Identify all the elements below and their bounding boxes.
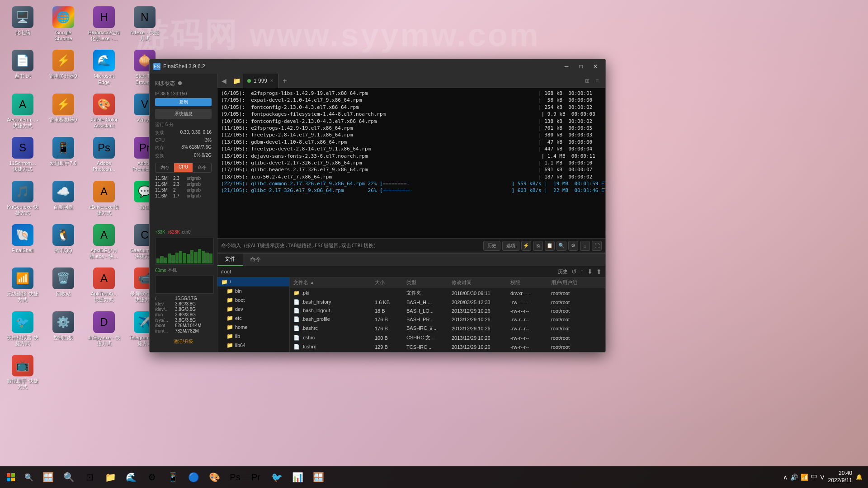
taskbar-search[interactable]: 🔍 [59,467,79,487]
network-icon[interactable]: 📶 [801,474,808,481]
desktop-icon-hworks[interactable]: H HWorks32位N 化版.exe -… [86,5,122,43]
start-button[interactable] [0,466,22,488]
tab-files[interactable]: 文件 [217,253,243,266]
desktop-icon-baiduyun[interactable]: ☁️ 百度网盘 [45,179,81,218]
search-button[interactable]: 🔍 [557,241,566,251]
taskbar-explorer[interactable]: 📁 [100,467,120,487]
col-user[interactable]: 用户/用户组 [551,279,602,286]
taskbar-widgets[interactable]: ⊡ [80,467,99,487]
tab-cmd[interactable]: 命令 [193,163,211,172]
copy-button[interactable]: ⎘ [533,241,543,251]
table-row[interactable]: 📁.pki 文件夹 2018/05/30 09:11 drwxr----- ro… [290,288,605,298]
tree-item-lib64[interactable]: 📁lib64 [217,341,289,350]
tab-mem[interactable]: 内存 [156,163,174,172]
desktop-icon-aiyide[interactable]: 📱 爱思助手7.0 [45,135,81,174]
taskbar-windows[interactable]: 🪟 [308,467,328,487]
taskbar-excel[interactable]: 📊 [288,467,307,487]
taskbar-teams[interactable]: 🔵 [184,467,203,487]
taskbar-edge[interactable]: 🌊 [121,467,141,487]
tree-item-dev[interactable]: 📁dev [217,305,289,314]
up-button[interactable]: ↑ [580,268,584,275]
desktop-icon-11schrom[interactable]: S 11Schrom... 快捷方式 [5,135,41,174]
tree-item-home[interactable]: 📁home [217,323,289,332]
download-button[interactable]: ⬇ [587,268,593,275]
speaker-icon[interactable]: 🔊 [790,474,798,481]
col-type[interactable]: 类型 [406,279,452,286]
copy-ip-button[interactable]: 复制 [155,98,212,106]
refresh-button[interactable]: ↺ [571,268,577,275]
taskbar-premiere[interactable]: Pr [246,467,266,487]
col-size[interactable]: 大小 [375,279,406,286]
table-row[interactable]: 📄.bash_profile 176 B BASH_PR... 2013/12/… [290,315,605,324]
desktop-icon-chrome[interactable]: 🌐 Google Chrome [45,5,81,43]
taskbar-clock[interactable]: 20:40 2022/9/11 [828,470,852,484]
window-minimize-button[interactable]: ─ [560,62,573,71]
desktop-icon-aechoterm[interactable]: A Aechoterm... - 快捷方式 [5,92,41,131]
fullscreen-button[interactable]: ⛶ [592,241,602,251]
tree-item-media[interactable]: 📁media [217,350,289,352]
desktop-icon-note[interactable]: 📄 遊书.txt [5,48,41,87]
paste-button[interactable]: 📋 [545,241,555,251]
upload-button[interactable]: ⬆ [596,268,602,275]
taskbar-color[interactable]: 🎨 [204,467,224,487]
taskbar-settings[interactable]: ⚙ [142,467,162,487]
tree-item-lib[interactable]: 📁lib [217,332,289,341]
table-row[interactable]: 📄.bashrc 176 B BASHRC 文... 2013/12/29 10… [290,324,605,333]
desktop-icon-apktool[interactable]: A ApkToolAi... 快捷方式 [86,266,122,305]
ime-icon[interactable]: V [820,474,824,481]
desktop-icon-nlexe[interactable]: N N1exe - 快捷方式 [127,5,163,43]
desktop-icon-thispc[interactable]: 🖥️ 此电脑 [5,5,41,43]
table-row[interactable]: 📄.cshrc 100 B CSHRC 文... 2013/12/29 10:2… [290,333,605,343]
tree-item-boot[interactable]: 📁boot [217,296,289,305]
desktop-icon-adrive[interactable]: A aDrive.exe 快捷方式 [86,179,122,218]
desktop-icon-adobe[interactable]: Ps Adobe Photosh... [86,135,122,174]
col-date[interactable]: 修改时间 [452,279,510,286]
taskbar-task-view[interactable]: 🪟 [38,467,58,487]
tab-close-button[interactable]: ✕ [270,78,274,83]
settings-button[interactable]: ⚙ [568,241,578,251]
grid-view-button[interactable]: ⊞ [583,76,592,85]
desktop-icon-mobile_helper[interactable]: 📺 微视助手 快捷方式 [5,353,41,392]
lightning-button[interactable]: ⚡ [521,241,531,251]
desktop-icon-wuxian[interactable]: 📶 无线连接 快捷方式 [5,266,41,305]
desktop-icon-apkide[interactable]: A ApkIDE少月版.exe - 快… [86,222,122,261]
tab-add-button[interactable]: + [278,74,291,88]
taskbar-phone[interactable]: 📱 [163,467,183,487]
notification-icon[interactable]: 🔔 [856,474,863,480]
sysinfo-button[interactable]: 系统信息 [155,109,212,119]
taskbar-search-button[interactable]: 🔍 [22,466,36,488]
activate-button[interactable]: 激活/升级 [155,337,212,347]
language-icon[interactable]: 中 [811,473,817,481]
taskbar-photoshop[interactable]: Ps [225,467,245,487]
col-name[interactable]: 文件名 ▲ [293,279,375,286]
tab-1999[interactable]: 1 999 ✕ [243,74,278,88]
desktop-icon-kugou[interactable]: 🎵 KuGou.exe 快捷方式 [5,179,41,218]
desktop-icon-finalshell[interactable]: 🐚 FinalShell [5,222,41,261]
taskbar-nox[interactable]: 🐦 [267,467,287,487]
desktop-icon-msedge[interactable]: 🌊 Microsoft Edge [86,48,122,87]
down-button[interactable]: ↓ [580,241,590,251]
table-row[interactable]: 📄.bash_history 1.6 KB BASH_HI... 2020/03… [290,298,605,306]
col-perm[interactable]: 权限 [510,279,551,286]
options-button[interactable]: 选项 [502,241,519,251]
tree-item-_[interactable]: 📁/ [217,277,289,286]
tree-item-etc[interactable]: 📁etc [217,314,289,323]
tab-commands[interactable]: 命令 [243,253,268,266]
tree-item-bin[interactable]: 📁bin [217,286,289,296]
chevron-up-icon[interactable]: ∧ [783,474,788,481]
window-close-button[interactable]: ✕ [589,62,602,71]
tab-nav-left[interactable]: ◀ [217,74,230,88]
tab-files-icon[interactable]: 📁 [230,74,243,88]
desktop-icon-thunder[interactable]: ⚡ 雷电多开器9 [45,48,81,87]
window-maximize-button[interactable]: □ [575,62,587,71]
history-button[interactable]: 历史 [483,241,500,251]
desktop-icon-control[interactable]: ⚙️ 控制面板 [45,310,81,348]
table-row[interactable]: 📄.tcshrc 129 B TCSHRC ... 2013/12/29 10:… [290,343,605,351]
table-row[interactable]: 📄.bash_logout 18 B BASH_LO... 2013/12/29… [290,306,605,315]
desktop-icon-recycle[interactable]: 🗑️ 回收站 [45,266,81,305]
table-row[interactable]: 📄anaconda-ks.cfg 1.3 KB CFG 文件 2019/06/1… [290,351,605,352]
desktop-icon-leidiansim[interactable]: ⚡ 雷电模拟器9 [45,92,81,131]
list-view-button[interactable]: ≡ [593,76,602,85]
tab-cpu[interactable]: CPU [174,163,193,172]
finalshell-window[interactable]: FS FinalShell 3.9.6.2 ─ □ ✕ 同步状态 IP 38.6… [149,59,606,352]
